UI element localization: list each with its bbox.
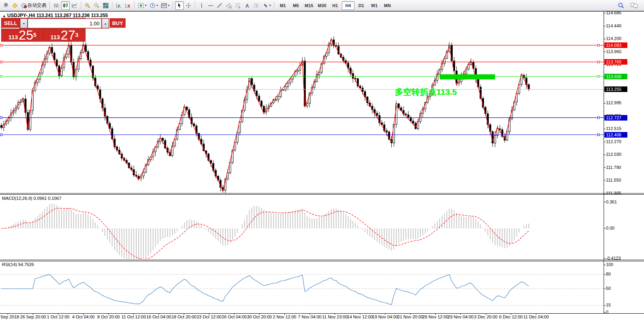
timeframe-h1[interactable]: H1 [329,1,341,10]
candlestick-mode-button[interactable] [61,1,70,10]
hline-handle[interactable] [598,134,600,136]
candle [292,76,293,79]
zoom-out-button[interactable] [92,1,101,10]
template-icon [161,2,167,9]
hline-handle[interactable] [598,44,600,46]
chevron-down-icon: ▾ [269,4,271,7]
toolbar-separator [195,2,195,10]
timeframe-m15[interactable]: M15 [303,1,315,10]
sell-price-figure: 113 [8,34,18,41]
candle [506,132,508,140]
candle [275,100,277,100]
bar-chart-mode-button[interactable] [52,1,61,10]
hline-handle[interactable] [0,134,2,136]
periods-button[interactable]: ▾ [148,1,159,10]
svg-text:F: F [239,6,240,9]
cursor-tool-button[interactable] [175,1,184,10]
chevron-down-icon: ▾ [168,4,170,7]
candle [386,131,387,132]
search-button[interactable] [616,1,626,10]
timeframe-m5[interactable]: M5 [290,1,302,10]
timeframe-d1[interactable]: D1 [355,1,368,10]
horizontal-line-tool-button[interactable] [206,1,215,10]
candle [408,115,409,117]
hline-handle[interactable] [0,75,2,77]
clock-icon [149,2,156,9]
sell-button[interactable]: SELL [2,18,19,29]
candle [258,96,260,101]
vertical-line-tool-button[interactable] [197,1,206,10]
svg-text:E: E [230,6,232,9]
candle [398,104,400,108]
zoom-in-button[interactable] [83,1,92,10]
arrows-tool-button[interactable]: ▾ [261,1,272,10]
candle [162,138,164,140]
key-level-highlight[interactable] [440,74,495,79]
candle [335,46,337,46]
candle [318,72,320,75]
text-label-tool-button[interactable]: T [252,1,261,10]
candle [497,129,498,136]
hline-handle[interactable] [598,75,600,77]
fibonacci-tool-button[interactable]: F [234,1,242,10]
timeframe-m30[interactable]: M30 [316,1,328,10]
hline-handle[interactable] [598,61,600,63]
sell-price[interactable]: 113255 [2,29,43,41]
buy-price[interactable]: 113273 [44,29,85,41]
volume-input[interactable] [28,19,101,28]
chevron-down-icon: ▾ [156,4,158,7]
hline-handle[interactable] [0,44,2,46]
hline-handle[interactable] [598,117,600,119]
line-chart-mode-button[interactable] [70,1,79,10]
candle [193,124,195,126]
channel-tool-button[interactable]: E [225,1,233,10]
candle [494,135,496,143]
buy-price-pipette: 3 [75,29,78,41]
volume-decrease-button[interactable]: ▼ [20,19,27,28]
buy-price-figure: 113 [50,34,60,41]
chart-shift-button[interactable] [124,1,132,10]
timeframe-h4[interactable]: H4 [342,1,354,10]
candle [143,172,144,176]
toolbar-separator [173,2,173,10]
candle [66,54,67,57]
candle [186,107,188,110]
candle [307,103,308,106]
arrows-icon [262,2,269,9]
candle [263,106,265,112]
hline-handle[interactable] [0,117,2,119]
timeframe-m1[interactable]: M1 [276,1,289,10]
indicators-button[interactable]: ▾ [137,1,148,10]
chat-button[interactable] [629,1,639,10]
new-order-button[interactable]: 单 [2,1,10,10]
autotrading-button[interactable]: 自动交易 [20,1,48,10]
buy-button[interactable]: BUY [110,18,125,29]
svg-text:T: T [255,4,257,8]
text-tool-button[interactable]: A [243,1,252,10]
timeframe-mn[interactable]: MN [381,1,394,10]
candle [290,79,291,83]
one-click-trade-panel: SELL ▼ ▲ BUY 113255 113273 [1,18,86,42]
hline-handle[interactable] [0,61,2,63]
candle [251,79,253,85]
chart-canvas[interactable] [0,0,644,320]
candle [278,96,279,100]
metaeditor-icon[interactable] [11,1,19,10]
templates-button[interactable]: ▾ [160,1,171,10]
autotrading-icon [21,2,27,9]
candle [410,117,412,121]
timeframe-w1[interactable]: W1 [368,1,381,10]
autotrading-label: 自动交易 [27,2,46,9]
volume-increase-button[interactable]: ▲ [102,19,109,28]
trendline-tool-button[interactable] [215,1,224,10]
candle [376,113,378,115]
candle [90,60,91,66]
candle [282,90,284,90]
candle [354,79,356,79]
sell-price-pipette: 5 [33,29,36,41]
tile-windows-button[interactable] [101,1,110,10]
chevron-down-icon: ▾ [145,4,147,7]
auto-scroll-button[interactable] [114,1,123,10]
svg-text:A: A [246,3,249,8]
crosshair-tool-button[interactable] [184,1,193,10]
